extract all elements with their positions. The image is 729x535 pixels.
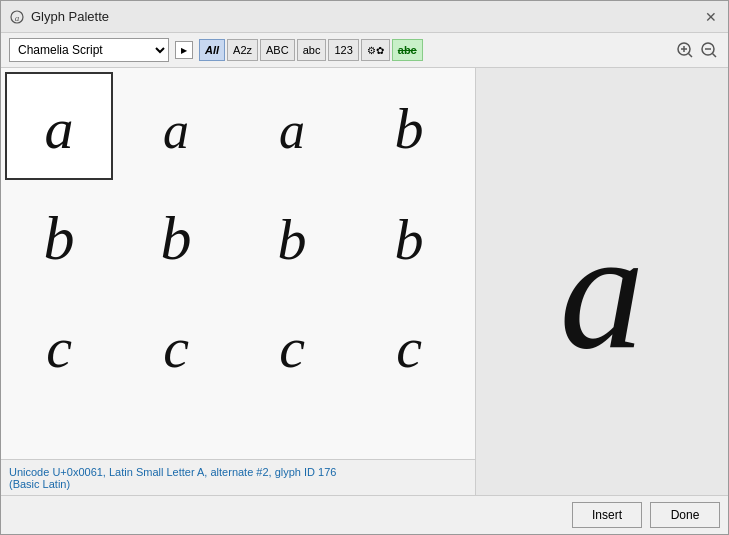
close-button[interactable]: ✕ — [702, 8, 720, 26]
svg-text:b: b — [160, 204, 191, 272]
svg-line-8 — [713, 54, 717, 58]
glyph-cell[interactable]: b — [238, 180, 346, 288]
svg-text:b: b — [394, 96, 423, 161]
svg-text:a: a — [163, 102, 189, 159]
glyph-cell[interactable]: b — [355, 72, 463, 180]
filter-a2z[interactable]: A2z — [227, 39, 258, 61]
glyph-cell[interactable]: c — [355, 288, 463, 396]
insert-button[interactable]: Insert — [572, 502, 642, 528]
svg-text:b: b — [44, 204, 75, 272]
bottom-bar: Insert Done — [1, 495, 728, 534]
window-title: Glyph Palette — [31, 9, 109, 24]
zoom-in-button[interactable] — [674, 39, 696, 61]
done-button[interactable]: Done — [650, 502, 720, 528]
large-glyph-preview: a — [492, 172, 712, 392]
status-bar: Unicode U+0x0061, Latin Small Letter A, … — [1, 459, 475, 495]
app-icon: a — [9, 9, 25, 25]
toolbar: Chamelia Script ▶ All A2z ABC abc 123 ⚙✿… — [1, 33, 728, 68]
title-bar-left: a Glyph Palette — [9, 9, 109, 25]
filter-sym[interactable]: ⚙✿ — [361, 39, 390, 61]
preview-panel: a — [476, 68, 728, 495]
svg-text:c: c — [396, 315, 422, 380]
glyph-cell[interactable]: c — [5, 288, 113, 396]
status-line1: Unicode U+0x0061, Latin Small Letter A, … — [9, 466, 336, 478]
svg-text:a: a — [560, 196, 645, 384]
zoom-out-button[interactable] — [698, 39, 720, 61]
content-area: a a a b — [1, 68, 728, 495]
zoom-controls — [674, 39, 720, 61]
filter-all[interactable]: All — [199, 39, 225, 61]
glyph-cell[interactable]: c — [122, 288, 230, 396]
svg-text:b: b — [394, 207, 423, 272]
filter-abc-styled[interactable]: abc — [392, 39, 423, 61]
glyph-grid-container[interactable]: a a a b — [1, 68, 475, 459]
play-button[interactable]: ▶ — [175, 41, 193, 59]
font-select[interactable]: Chamelia Script — [9, 38, 169, 62]
glyph-palette-window: a Glyph Palette ✕ Chamelia Script ▶ All … — [0, 0, 729, 535]
svg-text:c: c — [279, 315, 305, 380]
svg-text:c: c — [163, 315, 189, 380]
filter-abc[interactable]: abc — [297, 39, 327, 61]
glyph-cell[interactable]: a — [122, 72, 230, 180]
svg-line-5 — [689, 54, 693, 58]
glyph-cell[interactable]: a — [238, 72, 346, 180]
filter-123[interactable]: 123 — [328, 39, 358, 61]
title-bar: a Glyph Palette ✕ — [1, 1, 728, 33]
glyph-cell[interactable]: b — [122, 180, 230, 288]
filter-buttons: All A2z ABC abc 123 ⚙✿ abc — [199, 39, 423, 61]
svg-text:a: a — [45, 96, 74, 161]
svg-text:b: b — [278, 207, 307, 272]
glyph-cell[interactable]: a — [5, 72, 113, 180]
glyph-cell[interactable]: b — [5, 180, 113, 288]
glyph-cell[interactable]: b — [355, 180, 463, 288]
glyph-panel: a a a b — [1, 68, 476, 495]
svg-text:a: a — [279, 102, 305, 159]
glyph-cell[interactable]: c — [238, 288, 346, 396]
filter-ABC[interactable]: ABC — [260, 39, 295, 61]
svg-text:a: a — [15, 13, 20, 23]
glyph-grid: a a a b — [1, 68, 475, 400]
svg-text:c: c — [46, 315, 72, 380]
status-line2: (Basic Latin) — [9, 478, 70, 490]
